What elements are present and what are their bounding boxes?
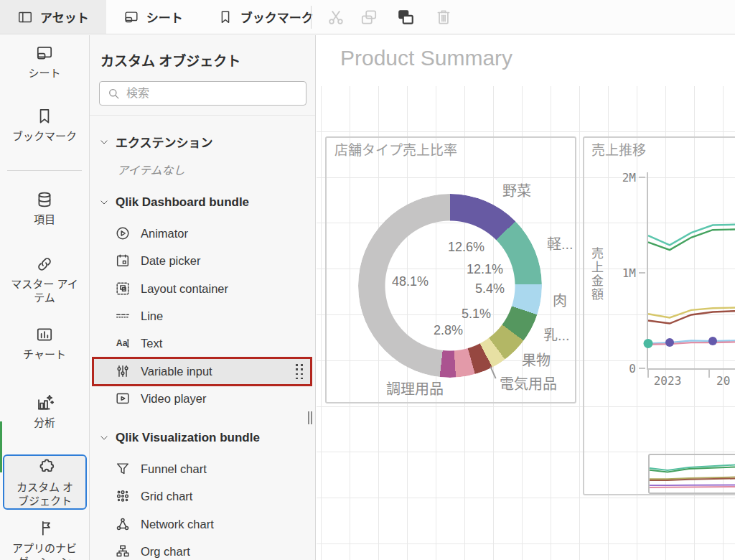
left-rail: シート ブックマーク 項目 マスター アイテム チャート 分析 カスタム オブジ… bbox=[0, 35, 90, 560]
rail-item-bookmarks[interactable]: ブックマーク bbox=[0, 107, 89, 143]
sheet-title[interactable]: Product Summary bbox=[340, 46, 512, 70]
rail-item-charts[interactable]: チャート bbox=[0, 325, 89, 361]
rail-label: シート bbox=[28, 66, 60, 80]
toolbar-divider bbox=[311, 6, 312, 29]
org-chart-icon bbox=[115, 543, 131, 559]
pie-value-label: 48.1% bbox=[392, 274, 429, 289]
rail-label: カスタム オブジェクト bbox=[11, 480, 79, 508]
analysis-icon bbox=[35, 393, 55, 412]
pie-slice-label: 乳... bbox=[543, 324, 570, 345]
pie-value-label: 12.6% bbox=[448, 240, 484, 255]
pie-value-label: 5.4% bbox=[475, 281, 505, 297]
tab-bookmarks-label: ブックマーク bbox=[240, 8, 314, 26]
link-icon bbox=[35, 255, 54, 274]
pie-slice-label: 野菜 bbox=[502, 179, 531, 200]
tab-sheets[interactable]: シート bbox=[106, 0, 200, 34]
drag-handle-icon[interactable] bbox=[296, 364, 304, 380]
rail-label: 項目 bbox=[34, 213, 55, 226]
tab-assets[interactable]: アセット bbox=[0, 0, 106, 34]
object-item-network-chart[interactable]: Network chart bbox=[115, 510, 214, 538]
object-item-grid-chart[interactable]: Grid chart bbox=[115, 482, 192, 510]
pie-slice-label: 肉 bbox=[553, 289, 567, 310]
y-tick-mark bbox=[639, 368, 645, 369]
tab-sheets-label: シート bbox=[146, 8, 183, 26]
sheet-icon bbox=[123, 9, 139, 25]
rail-item-sheets[interactable]: シート bbox=[0, 44, 89, 80]
object-item-variable-input[interactable]: Variable input bbox=[115, 358, 212, 385]
rail-label: ブックマーク bbox=[12, 129, 77, 143]
y-tick-1m: 1M bbox=[603, 266, 636, 280]
trend-chart-title: 売上推移 bbox=[591, 139, 646, 159]
object-item-text[interactable]: Aa Text bbox=[115, 330, 162, 357]
section-visualization-bundle[interactable]: Qlik Visualization bundle bbox=[99, 431, 260, 445]
object-item-line[interactable]: Line bbox=[115, 302, 163, 330]
network-icon bbox=[115, 516, 131, 532]
search-icon bbox=[107, 87, 121, 101]
rail-selected-accent bbox=[0, 421, 2, 472]
copy-icon bbox=[360, 8, 378, 27]
tab-assets-label: アセット bbox=[40, 8, 89, 26]
object-item-video-player[interactable]: Video player bbox=[115, 385, 206, 412]
section-title: Qlik Dashboard bundle bbox=[116, 195, 249, 210]
section-extensions[interactable]: エクステンション bbox=[99, 133, 213, 151]
chevron-down-icon bbox=[99, 197, 109, 207]
search-box[interactable] bbox=[99, 81, 306, 106]
play-circle-icon bbox=[115, 225, 131, 241]
rail-item-master-items[interactable]: マスター アイテム bbox=[0, 255, 89, 304]
rail-label: マスター アイテム bbox=[11, 277, 78, 304]
rail-item-fields[interactable]: 項目 bbox=[0, 190, 89, 226]
funnel-icon bbox=[115, 461, 131, 477]
rail-item-app-navigation[interactable]: アプリのナビゲーション bbox=[0, 519, 89, 560]
text-icon: Aa bbox=[115, 335, 131, 351]
rail-item-custom-objects[interactable]: カスタム オブジェクト bbox=[3, 454, 87, 510]
delete-button[interactable] bbox=[434, 7, 454, 27]
chevron-down-icon bbox=[99, 433, 109, 443]
y-tick-mark bbox=[639, 272, 645, 274]
section-dashboard-bundle[interactable]: Qlik Dashboard bundle bbox=[99, 195, 249, 210]
rail-item-analyses[interactable]: 分析 bbox=[0, 393, 89, 429]
donut-chart-title: 店舗タイプ売上比率 bbox=[334, 139, 457, 159]
pie-value-label: 12.1% bbox=[467, 262, 503, 277]
rail-divider bbox=[7, 170, 82, 171]
copy-button[interactable] bbox=[359, 7, 379, 27]
panel-resize-handle[interactable] bbox=[308, 411, 314, 424]
flag-icon bbox=[35, 519, 54, 538]
section-title: エクステンション bbox=[116, 133, 213, 151]
chevron-down-icon bbox=[99, 137, 109, 147]
grid-chart-icon bbox=[115, 488, 131, 504]
database-icon bbox=[35, 190, 54, 209]
rail-label: 分析 bbox=[34, 416, 55, 429]
panel-title: カスタム オブジェクト bbox=[100, 50, 240, 70]
duplicate-button[interactable] bbox=[395, 7, 416, 27]
object-item-funnel-chart[interactable]: Funnel chart bbox=[115, 455, 207, 482]
pie-value-label: 5.1% bbox=[462, 307, 491, 322]
bookmark-icon bbox=[35, 107, 54, 126]
layout-container-icon bbox=[115, 281, 131, 297]
object-item-layout-container[interactable]: Layout container bbox=[115, 275, 228, 302]
object-item-animator[interactable]: Animator bbox=[115, 220, 188, 247]
cut-button[interactable] bbox=[326, 7, 346, 27]
pie-slice-label: 軽... bbox=[547, 233, 574, 253]
panel-separator bbox=[90, 115, 315, 116]
rail-label: チャート bbox=[23, 347, 66, 361]
bookmark-icon bbox=[217, 9, 233, 25]
bar-chart-icon bbox=[35, 325, 54, 344]
calendar-icon bbox=[115, 253, 131, 269]
pie-slice-label: 調理用品 bbox=[386, 378, 444, 398]
duplicate-icon bbox=[396, 8, 415, 27]
pie-value-label: 2.8% bbox=[434, 323, 463, 338]
trend-chart-lines bbox=[646, 172, 735, 379]
video-player-icon bbox=[115, 391, 131, 406]
rail-label: アプリのナビゲーション bbox=[11, 541, 78, 560]
pie-slice-label: 電気用品 bbox=[500, 373, 557, 393]
trash-icon bbox=[434, 8, 453, 27]
y-tick-mark bbox=[639, 177, 645, 178]
pie-slice-label: 果物 bbox=[522, 349, 551, 370]
section-title: Qlik Visualization bundle bbox=[116, 431, 260, 445]
scissors-icon bbox=[327, 8, 345, 27]
object-item-org-chart[interactable]: Org chart bbox=[115, 538, 190, 560]
search-input[interactable] bbox=[126, 87, 299, 100]
object-item-date-picker[interactable]: Date picker bbox=[115, 247, 200, 274]
sheet-icon bbox=[35, 44, 54, 62]
donut-ring[interactable] bbox=[358, 194, 542, 378]
